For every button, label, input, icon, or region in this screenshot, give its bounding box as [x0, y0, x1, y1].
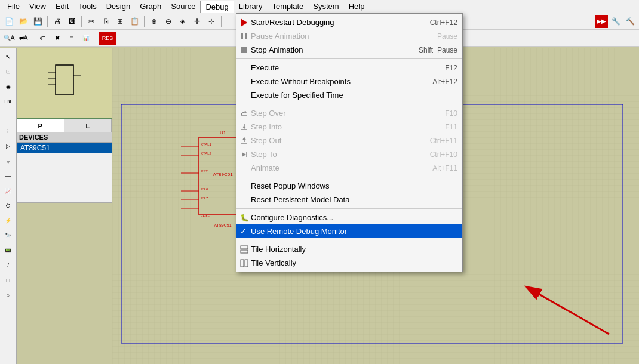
- save-button[interactable]: 💾: [31, 15, 44, 28]
- text-tool[interactable]: T: [2, 110, 15, 123]
- stop-animation-label: Stop Animation: [251, 45, 303, 54]
- menu-animate[interactable]: Animate Alt+F11: [236, 161, 462, 175]
- copy-button[interactable]: ⎘: [99, 15, 112, 28]
- component-tabs: P L: [17, 119, 112, 132]
- pause-animation-label: Pause Animation: [251, 32, 309, 41]
- menu-system[interactable]: System: [308, 1, 343, 12]
- step-to-icon: [239, 149, 250, 160]
- menubar: File View Edit Tools Design Graph Source…: [0, 0, 639, 13]
- menu-step-to[interactable]: Step To Ctrl+F10: [236, 147, 462, 161]
- origin-button[interactable]: ⊹: [205, 15, 218, 28]
- new-button[interactable]: 📄: [2, 15, 16, 28]
- svg-rect-37: [241, 246, 248, 249]
- move-button[interactable]: ✛: [191, 15, 204, 28]
- zoom-all-button[interactable]: ◈: [176, 15, 189, 28]
- generator-tool[interactable]: ⚡: [2, 214, 15, 227]
- probe-tool[interactable]: 🔭: [2, 229, 15, 242]
- ic-preview-svg: [44, 59, 85, 107]
- port-tool[interactable]: ▷: [2, 140, 15, 153]
- menu-stop-animation[interactable]: Stop Animation Shift+Pause: [236, 43, 462, 57]
- menu-step-over[interactable]: Step Over F10: [236, 106, 462, 120]
- draw-line[interactable]: /: [2, 259, 15, 272]
- step-out-icon: [239, 135, 250, 146]
- left-sidebar: ↖ ⊡ ◉ LBL T ⫶ ▷ ⏚ — 📈 ⏱ ⚡ 🔭 📟 / □ ○: [0, 48, 17, 364]
- open-button[interactable]: 📂: [17, 15, 30, 28]
- netlist-button[interactable]: ≡: [65, 32, 78, 45]
- menu-reset-persistent[interactable]: Reset Persistent Model Data: [236, 193, 462, 206]
- pointer-tool[interactable]: ↖: [2, 50, 15, 63]
- bom-button[interactable]: 📊: [79, 32, 93, 45]
- svg-text:~EX~: ~EX~: [201, 214, 210, 218]
- bug-icon: 🐛: [239, 212, 250, 223]
- menu-library[interactable]: Library: [234, 1, 268, 12]
- menu-tile-vertically[interactable]: Tile Vertically: [236, 256, 462, 270]
- svg-text:P3.6: P3.6: [201, 187, 208, 191]
- print-button[interactable]: 🖨: [51, 15, 64, 28]
- step-to-shortcut: Ctrl+F10: [430, 150, 457, 159]
- zoom-in-button[interactable]: ⊕: [148, 15, 161, 28]
- svg-text:XTAL2: XTAL2: [201, 152, 212, 155]
- block-copy-button[interactable]: ⊞: [113, 15, 127, 28]
- menu-execute[interactable]: Execute F12: [236, 61, 462, 75]
- menu-view[interactable]: View: [24, 1, 51, 12]
- replace-button[interactable]: ⇄A: [17, 32, 30, 45]
- menu-configure-diag[interactable]: 🐛 Configure Diagnostics...: [236, 211, 462, 224]
- sep2: [81, 16, 82, 27]
- svg-text:AT89C51: AT89C51: [213, 172, 233, 177]
- svg-rect-0: [56, 65, 73, 95]
- step-over-icon: [239, 108, 250, 119]
- separator-3: [236, 177, 462, 177]
- menu-reset-popup[interactable]: Reset Popup Windows: [236, 179, 462, 193]
- virtual-instr[interactable]: 📟: [2, 244, 15, 257]
- menu-design[interactable]: Design: [102, 1, 135, 12]
- zoom-out-button[interactable]: ⊖: [162, 15, 175, 28]
- svg-text:P3.7: P3.7: [201, 196, 208, 200]
- print-preview-button[interactable]: 🖼: [65, 15, 78, 28]
- menu-template[interactable]: Template: [268, 1, 309, 12]
- menu-execute-time[interactable]: Execute for Specified Time: [236, 88, 462, 102]
- tab-l[interactable]: L: [64, 119, 112, 132]
- device-at89c51[interactable]: AT89C51: [17, 143, 112, 153]
- menu-tools[interactable]: Tools: [73, 1, 101, 12]
- menu-debug[interactable]: Debug: [200, 1, 234, 13]
- power-tool[interactable]: ⏚: [2, 155, 15, 168]
- tools-button[interactable]: 🔧: [609, 15, 622, 28]
- res-button[interactable]: RES: [99, 32, 116, 45]
- menu-file[interactable]: File: [2, 1, 24, 12]
- menu-start-restart[interactable]: Start/Restart Debugging Ctrl+F12: [236, 16, 462, 29]
- delete-annotation-button[interactable]: ✖: [51, 32, 64, 45]
- config-button[interactable]: 🔨: [623, 15, 637, 28]
- draw-circle[interactable]: ○: [2, 289, 15, 302]
- menu-help[interactable]: Help: [344, 1, 370, 12]
- graph-tool[interactable]: 📈: [2, 184, 15, 198]
- find-button[interactable]: 🔍A: [2, 32, 16, 45]
- paste-button[interactable]: 📋: [128, 15, 141, 28]
- stop-icon: [239, 45, 250, 55]
- menu-graph[interactable]: Graph: [135, 1, 166, 12]
- bus-tool[interactable]: ⫶: [2, 125, 15, 138]
- tab-p[interactable]: P: [17, 119, 64, 132]
- cut-button[interactable]: ✂: [85, 15, 98, 28]
- svg-text:RST: RST: [201, 169, 208, 173]
- menu-tile-horizontally[interactable]: Tile Horizontally: [236, 242, 462, 256]
- menu-execute-no-bp[interactable]: Execute Without Breakpoints Alt+F12: [236, 75, 462, 88]
- junction-tool[interactable]: ◉: [2, 80, 15, 93]
- tape-tool[interactable]: ⏱: [2, 199, 15, 212]
- menu-source[interactable]: Source: [166, 1, 200, 12]
- step-over-shortcut: F10: [445, 109, 457, 118]
- wire-label-tool[interactable]: LBL: [2, 95, 15, 108]
- menu-pause-animation[interactable]: Pause Animation Pause: [236, 29, 462, 43]
- run-button[interactable]: ▶▶: [595, 15, 608, 28]
- component-tool[interactable]: ⊡: [2, 65, 15, 78]
- execute-no-bp-shortcut: Alt+F12: [432, 78, 457, 86]
- draw-box[interactable]: □: [2, 274, 15, 287]
- menu-edit[interactable]: Edit: [51, 1, 73, 12]
- pin-tool[interactable]: —: [2, 169, 15, 183]
- menu-step-out[interactable]: Step Out Ctrl+F11: [236, 134, 462, 147]
- annotate-button[interactable]: 🏷: [36, 32, 50, 45]
- menu-use-remote[interactable]: ✓ Use Remote Debug Monitor: [236, 224, 462, 238]
- menu-step-into[interactable]: Step Into F11: [236, 120, 462, 134]
- reset-persistent-label: Reset Persistent Model Data: [251, 195, 349, 204]
- tile-h-icon: [239, 244, 250, 255]
- svg-rect-40: [245, 260, 248, 267]
